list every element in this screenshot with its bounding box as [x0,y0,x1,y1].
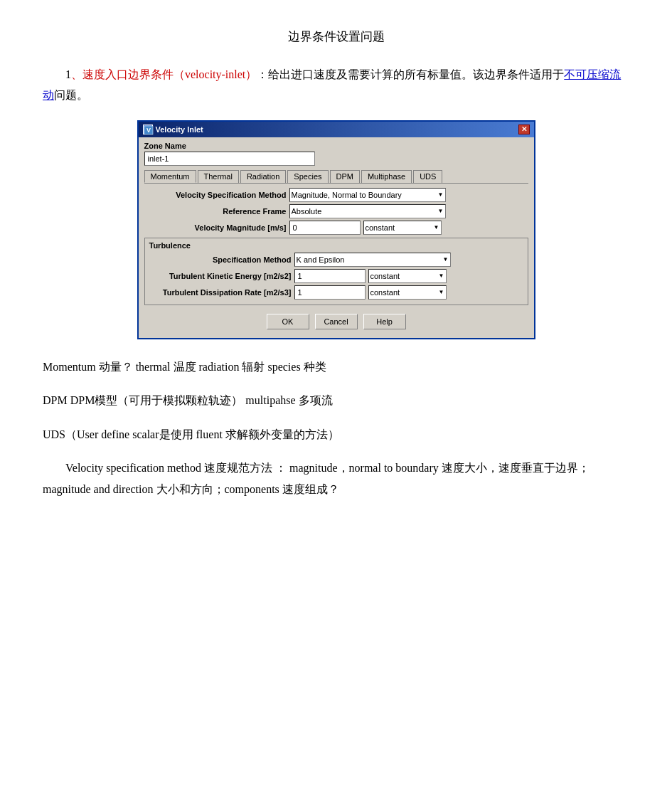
paragraph-tabs-explanation: Momentum 动量？ thermal 温度 radiation 辐射 spe… [43,356,629,378]
spec-method-row: Specification Method K and Epsilon Inten… [149,253,523,267]
spec-method-select[interactable]: K and Epsilon Intensity and Length Scale… [294,253,451,267]
velocity-magnitude-controls: constant expression [289,221,442,235]
paragraph-uds: UDS（User define scalar是使用 fluent 求解额外变量的… [43,424,629,445]
dissipation-row: Turbulent Dissipation Rate [m2/s3] const… [149,285,523,300]
velocity-spec-label: Velocity Specification Method [144,191,287,199]
dissipation-label: Turbulent Dissipation Rate [m2/s3] [149,288,292,297]
cancel-button[interactable]: Cancel [315,314,358,329]
svg-text:V: V [146,127,150,134]
dissipation-method-select[interactable]: constant expression [368,285,447,300]
reference-frame-label: Reference Frame [144,207,287,216]
velocity-spec-select[interactable]: Magnitude, Normal to Boundary Magnitude … [289,188,446,202]
velocity-spec-row: Velocity Specification Method Magnitude,… [144,188,528,202]
intro-after-blue: 问题。 [54,89,88,101]
kinetic-energy-controls: constant expression [294,269,447,283]
dialog-title: Velocity Inlet [156,125,203,134]
help-button[interactable]: Help [363,314,406,329]
velocity-magnitude-input[interactable] [289,221,361,235]
velocity-inlet-dialog: V Velocity Inlet ✕ Zone Name Momentum Th… [137,120,535,339]
dialog-close-button[interactable]: ✕ [518,125,530,134]
reference-frame-control: Absolute Relative [289,204,446,218]
turbulence-title: Turbulence [149,241,523,250]
tab-uds[interactable]: UDS [413,170,442,183]
tab-dpm[interactable]: DPM [330,170,360,183]
dialog-titlebar: V Velocity Inlet ✕ [139,122,534,137]
dialog-app-icon: V [143,125,153,134]
turbulence-section: Turbulence Specification Method K and Ep… [144,238,528,305]
spec-method-label: Specification Method [149,255,292,264]
reference-frame-row: Reference Frame Absolute Relative [144,204,528,218]
spec-method-control: K and Epsilon Intensity and Length Scale… [294,253,451,267]
velocity-spec-control: Magnitude, Normal to Boundary Magnitude … [289,188,446,202]
intro-paragraph: 1、速度入口边界条件（velocity-inlet）：给出进口速度及需要计算的所… [43,65,629,106]
dissipation-controls: constant expression [294,285,447,300]
dialog-footer: OK Cancel Help [144,308,528,332]
kinetic-energy-method-wrapper: constant expression [368,269,447,283]
velocity-magnitude-method-select[interactable]: constant expression [363,221,442,235]
dialog-body: Zone Name Momentum Thermal Radiation Spe… [139,137,534,338]
kinetic-energy-method-select[interactable]: constant expression [368,269,447,283]
tab-radiation[interactable]: Radiation [240,170,286,183]
reference-frame-select[interactable]: Absolute Relative [289,204,446,218]
velocity-spec-dropdown-wrapper: Magnitude, Normal to Boundary Magnitude … [289,188,446,202]
zone-name-input[interactable] [144,152,315,166]
kinetic-energy-label: Turbulent Kinetic Energy [m2/s2] [149,272,292,280]
ok-button[interactable]: OK [267,314,309,329]
dissipation-input[interactable] [294,285,366,300]
velocity-magnitude-label: Velocity Magnitude [m/s] [144,223,287,232]
page-title: 边界条件设置问题 [43,28,629,45]
paragraph-dpm: DPM DPM模型（可用于模拟颗粒轨迹） multipahse 多项流 [43,390,629,411]
zone-name-label: Zone Name [144,142,528,150]
tab-multiphase[interactable]: Multiphase [361,170,412,183]
tab-thermal[interactable]: Thermal [198,170,239,183]
intro-number: 1 [65,68,71,80]
spec-method-dropdown-wrapper: K and Epsilon Intensity and Length Scale… [294,253,451,267]
tab-species[interactable]: Species [287,170,328,183]
velocity-magnitude-method-wrapper: constant expression [363,221,442,235]
tab-momentum[interactable]: Momentum [144,170,196,183]
tabs-row: Momentum Thermal Radiation Species DPM M… [144,170,528,184]
intro-after-red: ：给出进口速度及需要计算的所有标量值。该边界条件适用于 [257,68,564,80]
paragraph-velocity-spec: Velocity specification method 速度规范方法 ： m… [43,457,629,499]
dissipation-method-wrapper: constant expression [368,285,447,300]
intro-red: 、速度入口边界条件（velocity-inlet） [71,68,257,80]
titlebar-left: V Velocity Inlet [143,125,203,134]
reference-frame-dropdown-wrapper: Absolute Relative [289,204,446,218]
kinetic-energy-input[interactable] [294,269,366,283]
velocity-magnitude-row: Velocity Magnitude [m/s] constant expres… [144,221,528,235]
kinetic-energy-row: Turbulent Kinetic Energy [m2/s2] constan… [149,269,523,283]
